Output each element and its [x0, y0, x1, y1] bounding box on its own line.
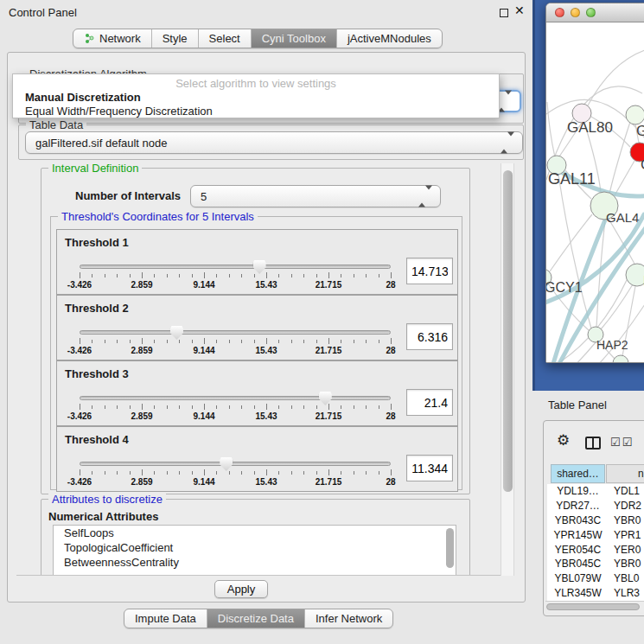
list-item-topologicalcoefficient[interactable]: TopologicalCoefficient [54, 540, 456, 555]
scrollbar-thumb[interactable] [546, 603, 640, 610]
table-row[interactable]: YBL079WYBL0 [547, 571, 644, 586]
cell-name: YDR2 [609, 500, 641, 512]
tick-label: 28 [386, 346, 395, 355]
tick-label: 9.144 [193, 346, 214, 355]
tick-label: 2.859 [131, 411, 152, 421]
cell-shared-name: YBR045C [547, 558, 609, 570]
gear-icon[interactable]: ⚙ [557, 433, 570, 448]
cell-shared-name: YPR145W [547, 529, 609, 541]
split-columns-icon[interactable] [585, 437, 601, 450]
table-data-combo[interactable]: galFiltered.sif default node [25, 131, 523, 154]
tick-label: -3.426 [67, 411, 92, 421]
table-panel: ⚙ ☑☑ shared… n YDL19…YDL1YDR27…YDR2YBR04… [543, 420, 644, 616]
number-of-intervals-value: 5 [201, 190, 207, 203]
cell-shared-name: YER054C [547, 544, 609, 556]
svg-text:GCY1: GCY1 [546, 280, 583, 295]
combo-arrows-icon [501, 137, 514, 150]
threshold-slider[interactable] [80, 396, 391, 400]
table-row[interactable]: YER054CYER0 [547, 542, 644, 557]
slider-ticks [80, 338, 391, 345]
threshold-slider[interactable] [80, 462, 391, 466]
svg-text:GAL11: GAL11 [548, 170, 596, 188]
tab-cyni-toolbox[interactable]: Cyni Toolbox [251, 29, 336, 48]
vertical-scrollbar[interactable] [501, 163, 514, 576]
tab-label: Infer Network [316, 612, 382, 625]
dropdown-hint: Select algorithm to view settings [13, 77, 499, 90]
bottom-tab-bar: Impute DataDiscretize DataInfer Network [124, 609, 393, 628]
list-item-selfloops[interactable]: SelfLoops [54, 526, 456, 540]
select-columns-icon[interactable]: ☑☑ [610, 436, 634, 449]
slider-tick-labels: -3.4262.8599.14415.4321.71528 [80, 280, 391, 290]
cell-shared-name: YDR27… [547, 500, 609, 512]
tab-style[interactable]: Style [151, 29, 198, 48]
numerical-attributes-label: Numerical Attributes [48, 510, 158, 523]
slider-ticks [80, 404, 391, 411]
close-traffic-light-icon[interactable] [555, 8, 564, 17]
apply-button[interactable]: Apply [214, 580, 268, 598]
tab-infer-network[interactable]: Infer Network [304, 609, 392, 628]
dropdown-item-equal-width-frequency[interactable]: Equal Width/Frequency Discretization [25, 105, 213, 118]
threshold-slider[interactable] [80, 330, 391, 335]
cell-name: YBR0 [609, 558, 641, 570]
threshold-1-value-field[interactable] [406, 258, 453, 284]
screen: Control Panel ✕ NetworkStyleSelectCyni T… [0, 0, 644, 644]
network-canvas[interactable]: GAL80 GA C GAL11 GAL4 GCY1 H HAP2 [546, 22, 644, 362]
threshold-label: Threshold 1 [65, 236, 129, 249]
tick-label: 2.859 [131, 280, 152, 290]
combo-arrows-icon [418, 190, 432, 203]
network-window-titlebar[interactable] [546, 3, 644, 22]
list-item-betweennesscentrality[interactable]: BetweennessCentrality [54, 555, 456, 570]
cell-shared-name: YLR345W [547, 587, 609, 599]
top-tab-bar: NetworkStyleSelectCyni ToolboxjActiveMNo… [73, 29, 443, 48]
float-window-icon[interactable] [500, 9, 508, 17]
column-header-name[interactable]: n [606, 464, 644, 483]
tick-label: 28 [386, 477, 395, 487]
list-scrollbar[interactable] [446, 528, 454, 568]
table-row[interactable]: YPR145WYPR1 [547, 527, 644, 542]
threshold-3-value-field[interactable] [406, 389, 453, 416]
tab-jactivemnodules[interactable]: jActiveMNodules [336, 29, 442, 48]
threshold-label: Threshold 2 [65, 302, 129, 315]
network-window[interactable]: GAL80 GA C GAL11 GAL4 GCY1 H HAP2 [545, 3, 644, 363]
close-icon[interactable]: ✕ [514, 3, 525, 17]
table-row[interactable]: YBR045CYBR0 [547, 557, 644, 571]
threshold-2-value-field[interactable] [406, 323, 453, 350]
attributes-group: Attributes to discretize Numerical Attri… [41, 499, 470, 576]
interval-definition-title: Interval Definition [48, 163, 142, 174]
table-panel-title: Table Panel [548, 399, 607, 411]
tick-label: 15.43 [255, 346, 277, 355]
number-of-intervals-combo[interactable]: 5 [190, 185, 441, 207]
tick-label: 28 [386, 280, 395, 290]
tab-impute-data[interactable]: Impute Data [124, 609, 207, 628]
slider-tick-labels: -3.4262.8599.14415.4321.71528 [80, 346, 391, 355]
zoom-traffic-light-icon[interactable] [586, 8, 596, 17]
table-data-group-title: Table Data [26, 119, 86, 131]
threshold-slider[interactable] [80, 265, 391, 269]
horizontal-scrollbar[interactable] [545, 601, 644, 612]
table-row[interactable]: YBR043CYBR0 [547, 513, 644, 528]
table-row[interactable]: YDL19…YDL1 [547, 484, 644, 499]
tab-discretize-data[interactable]: Discretize Data [207, 609, 304, 628]
svg-text:HAP2: HAP2 [596, 338, 628, 352]
tick-label: 2.859 [131, 346, 152, 355]
node-top-right [626, 105, 644, 124]
tick-label: 15.43 [255, 411, 277, 421]
table-row[interactable]: YLR345WYLR3 [547, 586, 644, 601]
column-header-shared-name[interactable]: shared… [551, 464, 605, 483]
svg-text:GAL4: GAL4 [606, 210, 639, 225]
threshold-4-value-field[interactable] [406, 455, 453, 481]
minimize-traffic-light-icon[interactable] [571, 8, 580, 17]
tick-label: 21.715 [316, 346, 342, 355]
cell-name: YDL1 [609, 485, 640, 497]
dropdown-item-manual-discretization[interactable]: Manual Discretization [25, 91, 141, 104]
tab-select[interactable]: Select [198, 29, 251, 48]
scrollbar-thumb[interactable] [503, 170, 513, 492]
tick-label: -3.426 [67, 280, 92, 290]
tab-label: Select [209, 32, 240, 45]
tab-network[interactable]: Network [73, 29, 151, 48]
cell-name: YLR3 [609, 587, 640, 599]
cell-shared-name: YDL19… [547, 485, 609, 497]
table-row[interactable]: YDR27…YDR2 [547, 499, 644, 513]
cell-name: YBR0 [609, 514, 641, 526]
tab-label: Network [99, 32, 141, 45]
